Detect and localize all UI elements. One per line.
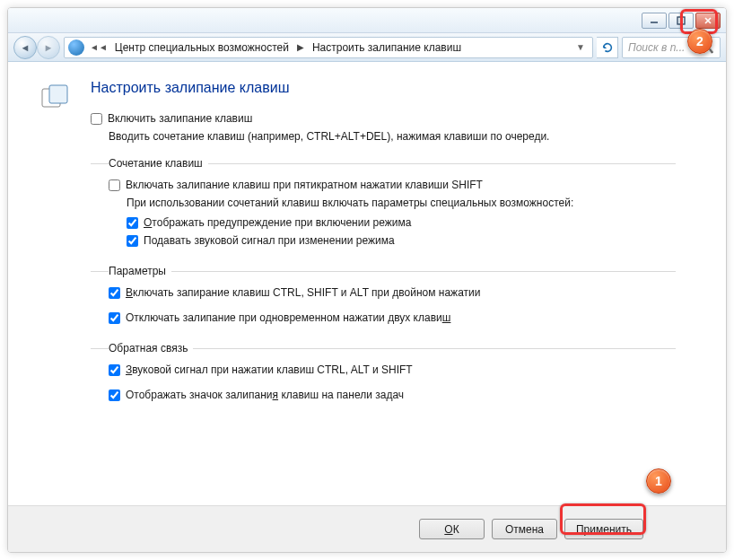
lock-checkbox[interactable] [109,287,120,299]
footer: ОК Отмена Применить [8,505,726,552]
five-shift-label: Включать залипание клавиш при пятикратно… [126,179,483,191]
nav-back-button[interactable]: ◄ [13,36,37,59]
warn-row: Отображать предупреждение при включении … [127,216,676,229]
lock-row: Включать запирание клавиш CTRL, SHIFT и … [109,286,676,299]
five-shift-row: Включать залипание клавиш при пятикратно… [109,179,676,191]
hotkey-desc: При использовании сочетаний клавиш включ… [127,197,676,209]
off-two-checkbox[interactable] [109,312,120,324]
navbar: ◄ ► ◄◄ Центр специальных возможностей ▶ … [8,33,726,62]
tray-row: Отображать значок залипания клавиш на па… [109,389,676,401]
shortcut-group: Сочетание клавиш Включать залипание клав… [91,157,676,258]
enable-sticky-keys-label: Включить залипание клавиш [108,112,252,125]
close-button[interactable] [695,13,721,29]
warn-label: Отображать предупреждение при включении … [144,216,411,229]
cancel-button[interactable]: Отмена [492,519,557,539]
breadcrumb-item-2[interactable]: Настроить залипание клавиш [307,41,467,54]
enable-sticky-keys-checkbox[interactable] [91,113,102,125]
apply-button[interactable]: Применить [564,519,643,539]
feedback-legend: Обратная связь [109,342,193,354]
off-two-row: Отключать залипание при одновременном на… [109,311,676,324]
control-panel-icon [68,39,84,56]
enable-sticky-keys-desc: Вводить сочетание клавиш (например, CTRL… [109,130,726,143]
feedback-group: Обратная связь Звуковой сигнал при нажат… [91,342,676,412]
sound-checkbox[interactable] [127,235,138,247]
maximize-button[interactable] [668,13,694,29]
svg-rect-1 [677,17,685,24]
sound-label: Подавать звуковой сигнал при изменении р… [144,234,395,247]
sound-mod-checkbox[interactable] [109,364,120,376]
tray-label: Отображать значок залипания клавиш на па… [126,389,404,401]
svg-rect-5 [49,85,67,103]
sticky-keys-icon [40,83,69,112]
content-area: Настроить залипание клавиш Включить зали… [8,62,726,505]
breadcrumb-item-1[interactable]: Центр специальных возможностей [109,41,294,54]
enable-sticky-keys-row: Включить залипание клавиш [91,112,726,125]
minimize-button[interactable] [642,13,667,29]
tray-checkbox[interactable] [109,389,120,401]
shortcut-legend: Сочетание клавиш [109,157,208,170]
window-frame: ◄ ► ◄◄ Центр специальных возможностей ▶ … [7,7,727,553]
sound-mod-row: Звуковой сигнал при нажатии клавиш CTRL,… [109,363,676,376]
refresh-button[interactable] [597,37,618,58]
ok-button[interactable]: ОК [419,519,485,539]
search-placeholder: Поиск в п... [628,41,685,54]
sound-row: Подавать звуковой сигнал при изменении р… [127,234,676,247]
nav-forward-button[interactable]: ► [37,36,60,59]
page-title: Настроить залипание клавиш [91,80,726,96]
params-legend: Параметры [109,265,171,277]
lock-label: Включать запирание клавиш CTRL, SHIFT и … [126,286,480,299]
titlebar [8,8,726,33]
warn-checkbox[interactable] [127,217,138,229]
params-group: Параметры Включать запирание клавиш CTRL… [91,265,676,335]
breadcrumb[interactable]: ◄◄ Центр специальных возможностей ▶ Наст… [64,37,593,58]
off-two-label: Отключать залипание при одновременном на… [126,311,450,324]
sound-mod-label: Звуковой сигнал при нажатии клавиш CTRL,… [126,363,413,376]
five-shift-checkbox[interactable] [109,179,120,191]
callout-2: 2 [687,29,712,54]
callout-1: 1 [646,468,671,494]
